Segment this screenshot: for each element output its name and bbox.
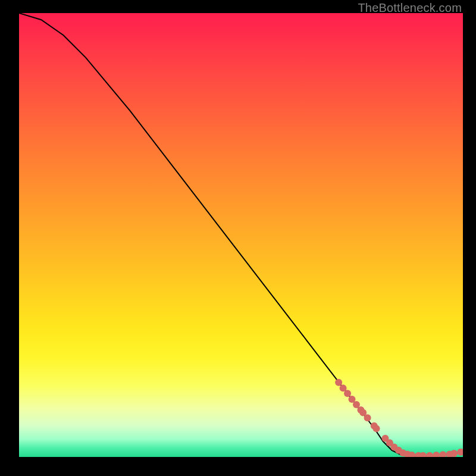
data-point: [373, 425, 380, 432]
data-point: [344, 390, 351, 397]
chart-svg: [19, 13, 463, 457]
data-point: [433, 452, 440, 457]
chart-stage: TheBottleneck.com: [0, 0, 476, 476]
curve-line: [19, 13, 463, 456]
data-point: [335, 379, 342, 386]
data-point: [426, 452, 433, 457]
data-point: [457, 449, 463, 456]
dots-series: [335, 379, 463, 457]
plot-area: [19, 13, 463, 457]
data-point: [364, 414, 371, 421]
data-point: [439, 451, 446, 457]
watermark-text: TheBottleneck.com: [358, 1, 462, 15]
data-point: [450, 450, 458, 457]
